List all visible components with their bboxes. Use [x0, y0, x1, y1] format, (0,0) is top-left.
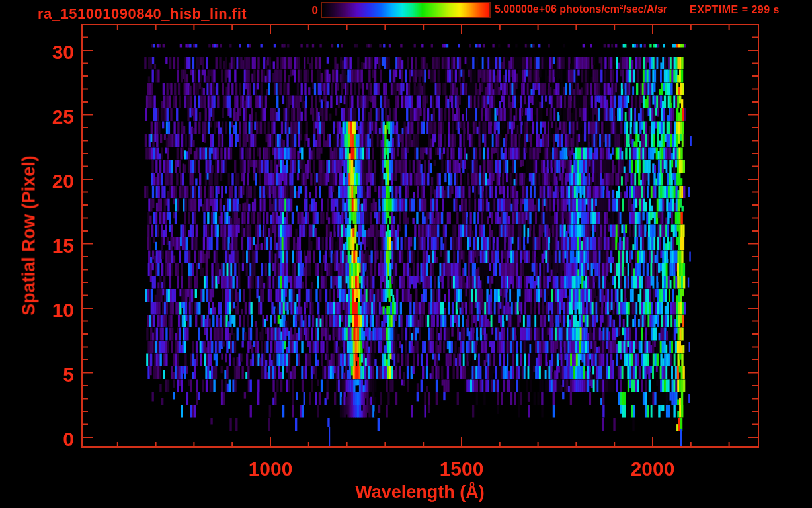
- y-tick-label: 15: [28, 235, 74, 257]
- exptime-label: EXPTIME = 299 s: [690, 4, 780, 16]
- y-tick-label: 10: [28, 299, 74, 321]
- colorbar-max-label: 5.00000e+06 photons/cm²/sec/A/sr: [495, 3, 667, 15]
- x-tick-label: 1000: [249, 458, 293, 480]
- x-tick-label: 1500: [440, 458, 484, 480]
- y-tick-label: 20: [28, 170, 74, 192]
- file-title: ra_151001090840_hisb_lin.fit: [38, 5, 247, 22]
- x-tick-label: 2000: [631, 458, 675, 480]
- spectral-heatmap-canvas: [0, 0, 812, 508]
- y-tick-label: 5: [28, 364, 74, 386]
- y-tick-label: 30: [28, 41, 74, 64]
- x-axis-label: Wavelength (Å): [355, 482, 485, 503]
- y-tick-label: 0: [28, 428, 74, 450]
- colorbar-min-label: 0: [301, 4, 318, 17]
- spectral-display-window: ra_151001090840_hisb_lin.fit 0 5.00000e+…: [0, 0, 812, 508]
- y-tick-label: 25: [28, 106, 74, 128]
